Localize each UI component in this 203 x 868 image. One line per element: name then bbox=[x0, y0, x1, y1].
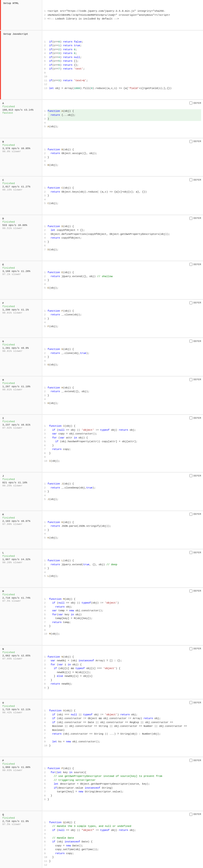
section-slower: 98.42% slower bbox=[2, 711, 40, 714]
code-line: 123 <script src="https://code.jquery.com… bbox=[44, 9, 201, 21]
code-line: 12345 function C(obj) { return Object.ke… bbox=[44, 186, 201, 206]
section-O-right: DEFER 12345678910 function O(obj) { if (… bbox=[42, 700, 203, 757]
section-status: finished bbox=[2, 517, 40, 519]
defer-checkbox-input[interactable] bbox=[190, 416, 193, 420]
code-block: 12345678910 function I(obj) { if (null =… bbox=[44, 416, 201, 471]
section-letter: N bbox=[2, 648, 40, 651]
defer-container[interactable]: DEFER bbox=[190, 416, 201, 420]
section-slower: 97.5% slower bbox=[2, 823, 40, 826]
defer-container[interactable]: DEFER bbox=[190, 378, 201, 381]
section-status: finished bbox=[2, 220, 40, 223]
defer-checkbox-input[interactable] bbox=[190, 551, 193, 554]
defer-checkbox-input[interactable] bbox=[190, 101, 193, 104]
section-F: F finished 1,290 ops/s ±1.1% 98.81% slow… bbox=[0, 300, 203, 338]
section-M-right: DEFER 12345678910 function M(obj) { if (… bbox=[42, 588, 203, 645]
defer-container[interactable]: DEFER bbox=[190, 701, 201, 704]
section-slower: 99.51% slower bbox=[2, 227, 40, 230]
section-ops: 821 ops/s ±1.16% bbox=[2, 481, 40, 484]
line-num: 12345 bbox=[44, 482, 46, 501]
setup-html-label: Setup HTML bbox=[0, 0, 42, 30]
section-H-left: H finished 1,297 ops/s ±1.19% 98.81% slo… bbox=[0, 377, 42, 414]
section-status: finished bbox=[2, 555, 40, 558]
defer-label: DEFER bbox=[193, 378, 201, 381]
section-ops: 3,237 ops/s ±0.91% bbox=[2, 424, 40, 426]
setup-js-section: Setup JavaScript 12345678910111213 if(c=… bbox=[0, 31, 203, 100]
defer-container[interactable]: DEFER bbox=[190, 263, 201, 266]
section-ops: 1,291 ops/s ±0.9% bbox=[2, 347, 40, 349]
defer-label: DEFER bbox=[193, 140, 201, 143]
defer-container[interactable]: DEFER bbox=[190, 101, 201, 104]
defer-checkbox-input[interactable] bbox=[190, 589, 193, 592]
defer-checkbox-input[interactable] bbox=[190, 263, 193, 266]
section-status: finished bbox=[2, 478, 40, 481]
section-letter: A bbox=[2, 102, 40, 105]
code-line: 12345 function F(obj) { return _.clone(o… bbox=[44, 309, 201, 329]
code-block: 123456789101112 function Q(obj) { // Han… bbox=[44, 813, 201, 868]
defer-container[interactable]: DEFER bbox=[190, 178, 201, 181]
defer-container[interactable]: DEFER bbox=[190, 647, 201, 650]
code-line: 12345 function J(obj) { return _.cloneDe… bbox=[44, 482, 201, 501]
code-line: 12345678910 function O(obj) { if (obj ==… bbox=[44, 709, 201, 747]
setup-html-code: 123 <script src="https://code.jquery.com… bbox=[42, 0, 203, 30]
section-letter: Q bbox=[2, 813, 40, 816]
defer-checkbox-input[interactable] bbox=[190, 178, 193, 181]
defer-label: DEFER bbox=[193, 701, 201, 704]
code-text: function F(obj) { return _.clone(obj);}F… bbox=[48, 309, 201, 329]
defer-container[interactable]: DEFER bbox=[190, 474, 201, 477]
defer-checkbox-input[interactable] bbox=[190, 513, 193, 516]
defer-checkbox-input[interactable] bbox=[190, 378, 193, 381]
line-num: 12345678910 bbox=[44, 597, 47, 636]
code-line: 12345678910111213 if(c==0) return false;… bbox=[44, 40, 201, 90]
code-block: 12345 function C(obj) { return Object.ke… bbox=[44, 178, 201, 213]
code-block: 12345678910 function O(obj) { if (obj ==… bbox=[44, 701, 201, 755]
defer-container[interactable]: DEFER bbox=[190, 140, 201, 143]
defer-checkbox-input[interactable] bbox=[190, 647, 193, 650]
defer-checkbox-input[interactable] bbox=[190, 701, 193, 704]
section-ops: 2,193 ops/s ±0.97% bbox=[2, 520, 40, 523]
defer-checkbox-input[interactable] bbox=[190, 140, 193, 143]
defer-label: DEFER bbox=[193, 513, 201, 516]
defer-container[interactable]: DEFER bbox=[190, 759, 201, 762]
defer-container[interactable]: DEFER bbox=[190, 551, 201, 554]
defer-label: DEFER bbox=[193, 647, 201, 650]
defer-container[interactable]: DEFER bbox=[190, 589, 201, 592]
section-letter: L bbox=[2, 551, 40, 554]
section-ops: 1,060 ops/s ±1.88% bbox=[2, 766, 40, 769]
defer-label: DEFER bbox=[193, 340, 201, 343]
section-G-right: DEFER 12345 function G(obj) { return _.c… bbox=[42, 338, 203, 376]
section-letter: D bbox=[2, 217, 40, 220]
defer-container[interactable]: DEFER bbox=[190, 513, 201, 516]
defer-checkbox-input[interactable] bbox=[190, 813, 193, 816]
defer-label: DEFER bbox=[193, 551, 201, 554]
code-text: function C(obj) { return Object.keys(obj… bbox=[48, 186, 201, 206]
defer-container[interactable]: DEFER bbox=[190, 340, 201, 343]
code-line: 1234567 function D(obj) { let copyOfObje… bbox=[44, 224, 201, 252]
defer-checkbox-input[interactable] bbox=[190, 759, 193, 762]
line-num: 12345 bbox=[44, 271, 46, 290]
section-C-right: DEFER 12345 function C(obj) { return Obj… bbox=[42, 177, 203, 215]
code-block: 12345678910111213 if(c==0) return false;… bbox=[44, 32, 201, 98]
section-slower: 97.1% slower bbox=[2, 273, 40, 276]
setup-js-code: 12345678910111213 if(c==0) return false;… bbox=[42, 31, 203, 100]
section-I-left: I finished 3,237 ops/s ±0.91% 97.02% slo… bbox=[0, 415, 42, 472]
defer-label: DEFER bbox=[193, 589, 201, 592]
line-num: 12345678910 bbox=[44, 709, 47, 747]
section-I: I finished 3,237 ops/s ±0.91% 97.02% slo… bbox=[0, 415, 203, 472]
section-slower: 98.28% slower bbox=[2, 561, 40, 564]
section-ops: 533 ops/s ±0.06% bbox=[2, 224, 40, 227]
line-num: 12345678910111213 bbox=[44, 40, 47, 90]
defer-checkbox-input[interactable] bbox=[190, 301, 193, 304]
section-E: E finished 3,168 ops/s ±1.28% 97.1% slow… bbox=[0, 261, 203, 300]
defer-container[interactable]: DEFER bbox=[190, 301, 201, 304]
section-ops: 3,378 ops/s ±0.85% bbox=[2, 147, 40, 150]
defer-checkbox-input[interactable] bbox=[190, 217, 193, 220]
defer-container[interactable]: DEFER bbox=[190, 813, 201, 816]
section-slower: 97.65% slower bbox=[2, 657, 40, 660]
line-num: 123456789 bbox=[44, 655, 46, 690]
section-J-right: DEFER 12345 function J(obj) { return _.c… bbox=[42, 473, 203, 510]
section-letter: P bbox=[2, 759, 40, 762]
defer-checkbox-input[interactable] bbox=[190, 340, 193, 343]
defer-checkbox-input[interactable] bbox=[190, 474, 193, 477]
defer-container[interactable]: DEFER bbox=[190, 217, 201, 220]
section-A-left: A finished 108,813 ops/s ±3.14% fastest bbox=[0, 100, 42, 138]
